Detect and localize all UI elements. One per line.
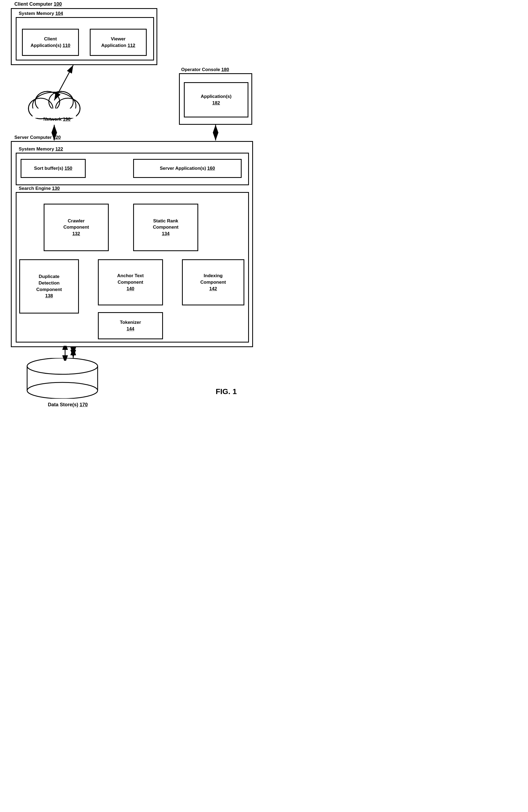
tokenizer-label: Tokenizer144: [99, 318, 162, 333]
app-182-label: Application(s)182: [185, 92, 248, 107]
tokenizer-box: Tokenizer144: [98, 312, 163, 339]
svg-point-7: [35, 91, 60, 112]
svg-point-12: [36, 92, 59, 112]
client-app-box: ClientApplication(s) 110: [22, 29, 79, 56]
svg-point-9: [33, 93, 75, 119]
svg-point-5: [28, 98, 53, 119]
duplicate-box: DuplicateDetectionComponent138: [19, 259, 79, 314]
client-computer-label: Client Computer 100: [14, 1, 62, 7]
operator-console-label: Operator Console 180: [181, 67, 229, 72]
svg-point-10: [29, 99, 52, 118]
search-engine-label: Search Engine 130: [19, 186, 60, 191]
svg-point-4: [32, 92, 76, 119]
search-engine-box: Search Engine 130 CrawlerComponent132 St…: [16, 192, 249, 343]
static-rank-box: Static RankComponent134: [133, 204, 198, 251]
network-label: Network 190: [30, 117, 84, 122]
server-app-box: Server Application(s) 160: [133, 159, 241, 178]
fig-label: FIG. 1: [216, 387, 237, 396]
indexing-box: IndexingComponent142: [182, 259, 244, 305]
crawler-box: CrawlerComponent132: [44, 204, 109, 251]
system-memory-104-box: System Memory 104 ClientApplication(s) 1…: [16, 17, 154, 60]
client-computer-number: 100: [54, 1, 62, 7]
svg-point-29: [27, 382, 98, 399]
data-store-label: Data Store(s) 170: [25, 402, 111, 408]
svg-point-16: [56, 98, 80, 119]
data-store-container: Data Store(s) 170: [25, 358, 111, 408]
svg-point-8: [49, 91, 73, 112]
client-app-label: ClientApplication(s) 110: [23, 35, 78, 50]
svg-point-14: [32, 92, 76, 119]
operator-console-box: Operator Console 180 Application(s)182: [179, 73, 252, 125]
svg-point-18: [49, 91, 73, 112]
sort-buffer-box: Sort buffer(s) 150: [20, 159, 86, 178]
client-computer-box: Client Computer 100 System Memory 104 Cl…: [11, 8, 157, 65]
system-memory-122-label: System Memory 122: [19, 146, 63, 152]
app-182-box: Application(s)182: [184, 82, 248, 117]
crawler-label: CrawlerComponent132: [44, 217, 108, 238]
svg-point-15: [28, 98, 53, 119]
svg-line-21: [54, 65, 73, 100]
duplicate-label: DuplicateDetectionComponent138: [20, 272, 78, 300]
svg-point-6: [56, 98, 80, 119]
system-memory-122-box: System Memory 122 Sort buffer(s) 150 Ser…: [16, 153, 249, 185]
svg-point-13: [49, 92, 73, 112]
system-memory-104-label: System Memory 104: [19, 11, 63, 16]
svg-point-17: [35, 91, 60, 112]
server-computer-label: Server Computer 120: [14, 135, 61, 140]
sort-buffer-label: Sort buffer(s) 150: [21, 164, 85, 173]
anchor-text-label: Anchor TextComponent140: [99, 272, 162, 293]
data-store-cylinder: [25, 358, 100, 399]
server-app-label: Server Application(s) 160: [134, 164, 241, 173]
anchor-text-box: Anchor TextComponent140: [98, 259, 163, 305]
svg-point-11: [56, 99, 79, 118]
viewer-app-box: ViewerApplication 112: [90, 29, 147, 56]
server-computer-box: Server Computer 120 System Memory 122 So…: [11, 141, 253, 347]
indexing-label: IndexingComponent142: [183, 272, 244, 293]
static-rank-label: Static RankComponent134: [134, 217, 197, 238]
viewer-app-label: ViewerApplication 112: [91, 35, 146, 50]
